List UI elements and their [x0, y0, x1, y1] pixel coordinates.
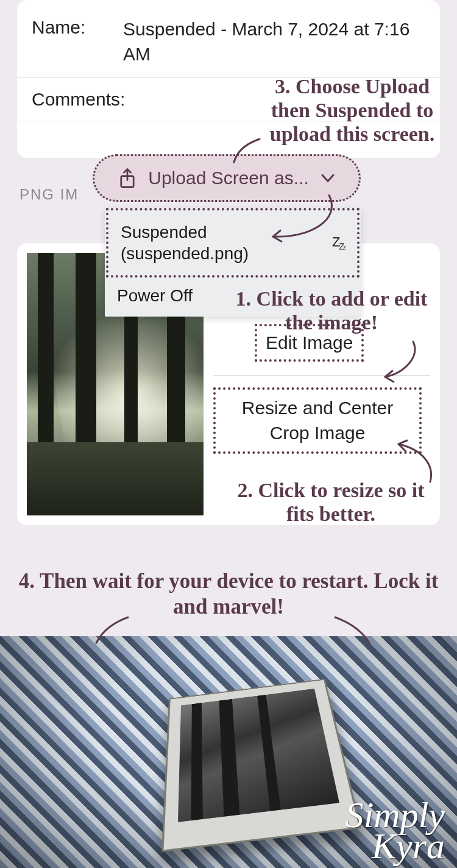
- annotation-3: 3. Choose Upload then Suspended to uploa…: [255, 74, 450, 146]
- watermark: Simply Kyra: [345, 800, 445, 862]
- name-row: Name: Suspended - March 7, 2024 at 7:16 …: [17, 6, 440, 78]
- annotation-4: 4. Then wait for your device to restart.…: [0, 569, 457, 620]
- resize-crop-label: Resize and Center Crop Image: [242, 398, 393, 443]
- menu-item-suspended-line1: Suspended: [121, 221, 249, 243]
- arrow-to-suspended-item: [262, 195, 347, 253]
- edit-image-label: Edit Image: [266, 332, 353, 353]
- comments-label: Comments:: [32, 89, 125, 110]
- arrow-left-down: [91, 616, 140, 649]
- arrow-to-edit: [379, 339, 428, 390]
- share-icon: [119, 168, 136, 188]
- menu-item-poweroff-label: Power Off: [117, 286, 193, 306]
- arrow-right-down: [329, 616, 378, 649]
- device-on-blanket: [161, 679, 361, 852]
- name-value[interactable]: Suspended - March 7, 2024 at 7:16 AM: [123, 17, 425, 66]
- chevron-down-icon: [321, 174, 335, 182]
- menu-item-suspended-line2: (suspended.png): [121, 243, 249, 264]
- name-label: Name:: [32, 17, 123, 38]
- menu-item-suspended-text: Suspended (suspended.png): [121, 221, 249, 264]
- annotation-2: 2. Click to resize so it fits better.: [225, 478, 436, 526]
- result-photo: Simply Kyra: [0, 636, 457, 868]
- watermark-line2: Kyra: [345, 831, 445, 862]
- annotation-1: 1. Click to add or edit the image!: [228, 287, 435, 334]
- upload-button-label: Upload Screen as...: [148, 168, 308, 188]
